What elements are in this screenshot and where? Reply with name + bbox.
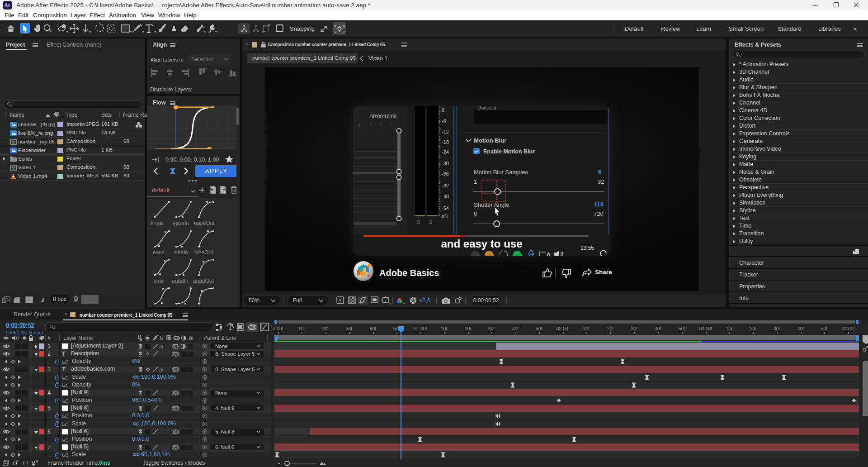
svg-text:fx: fx [159,344,164,349]
svg-text:fx: fx [159,367,164,372]
svg-text:fx: fx [160,335,164,341]
